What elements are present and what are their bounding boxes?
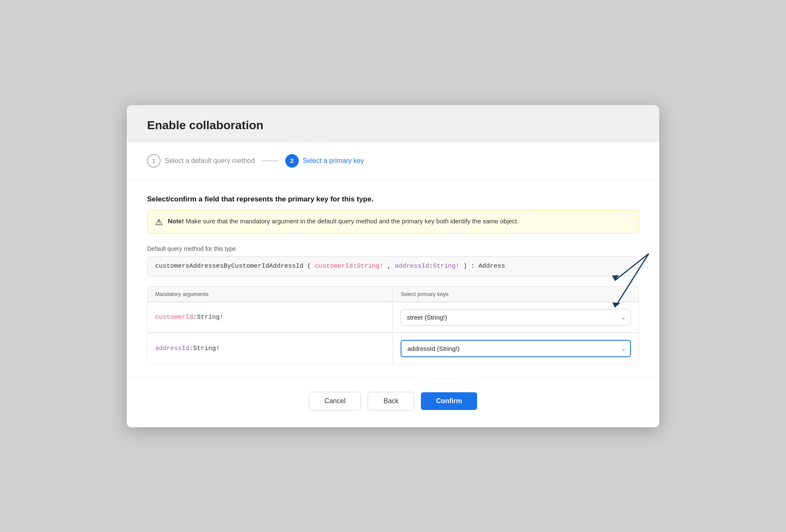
select-wrapper-1[interactable]: addressId (String!) street (String!) cus…: [401, 340, 631, 357]
dialog-body: 1 Select a default query method 2 Select…: [127, 142, 659, 427]
step-2-label: Select a primary key: [303, 157, 364, 165]
step-1-label: Select a default query method: [165, 157, 255, 165]
step-2: 2 Select a primary key: [285, 154, 364, 168]
code-method: customersAddressesByCustomerIdAddressId: [155, 263, 303, 270]
arg-cell-1: addressId:String!: [147, 333, 393, 364]
select-wrapper-0[interactable]: street (String!) addressId (String!) cus…: [401, 309, 631, 326]
code-type2: String!: [433, 263, 459, 270]
primary-key-select-0[interactable]: street (String!) addressId (String!) cus…: [401, 309, 631, 326]
note-bold: Note!: [168, 217, 184, 225]
step-divider: [262, 160, 278, 161]
key-cell-0[interactable]: street (String!) addressId (String!) cus…: [393, 302, 639, 333]
arg-name-1: addressId: [155, 345, 189, 352]
step-1: 1 Select a default query method: [147, 154, 255, 168]
arg-cell-0: customerId:String!: [147, 302, 393, 333]
arg-type-1: :String!: [189, 345, 220, 352]
cancel-button[interactable]: Cancel: [309, 392, 361, 410]
mandatory-args-header: Mandatory arguments: [147, 287, 393, 302]
step-1-circle: 1: [147, 154, 161, 168]
note-body: Make sure that the mandatory argument in…: [184, 217, 519, 225]
code-param2: addressId: [395, 263, 429, 270]
args-grid: Mandatory arguments Select primary keys …: [147, 286, 639, 364]
code-return: : Address: [471, 263, 505, 270]
content-area: Select/confirm a field that represents t…: [127, 180, 659, 378]
code-colon1: :: [353, 263, 357, 270]
step-2-circle: 2: [285, 154, 299, 168]
note-text: Note! Make sure that the mandatory argum…: [168, 217, 519, 226]
code-comma: ,: [387, 263, 395, 270]
code-open-paren: (: [307, 263, 311, 270]
warning-icon: ⚠: [155, 217, 163, 227]
dialog-title: Enable collaboration: [147, 119, 639, 132]
section-title: Select/confirm a field that represents t…: [147, 195, 639, 204]
code-box: customersAddressesByCustomerIdAddressId …: [147, 256, 639, 276]
back-button[interactable]: Back: [368, 392, 414, 410]
steps-bar: 1 Select a default query method 2 Select…: [127, 142, 659, 180]
code-type1: String!: [357, 263, 383, 270]
code-param1: customerId: [315, 263, 353, 270]
arg-name-0: customerId: [155, 314, 193, 321]
primary-key-select-1[interactable]: addressId (String!) street (String!) cus…: [401, 340, 631, 357]
key-cell-1[interactable]: addressId (String!) street (String!) cus…: [393, 333, 639, 364]
dialog-header: Enable collaboration: [127, 105, 659, 142]
select-primary-keys-header: Select primary keys: [393, 287, 639, 302]
default-query-label: Default query method for this type: [147, 245, 639, 252]
confirm-button[interactable]: Confirm: [421, 392, 477, 410]
dialog: Enable collaboration 1 Select a default …: [127, 105, 659, 427]
note-box: ⚠ Note! Make sure that the mandatory arg…: [147, 210, 639, 233]
code-colon2: :: [429, 263, 433, 270]
arg-type-0: :String!: [193, 314, 224, 321]
code-close-paren: ): [463, 263, 467, 270]
footer: Cancel Back Confirm: [127, 378, 659, 427]
